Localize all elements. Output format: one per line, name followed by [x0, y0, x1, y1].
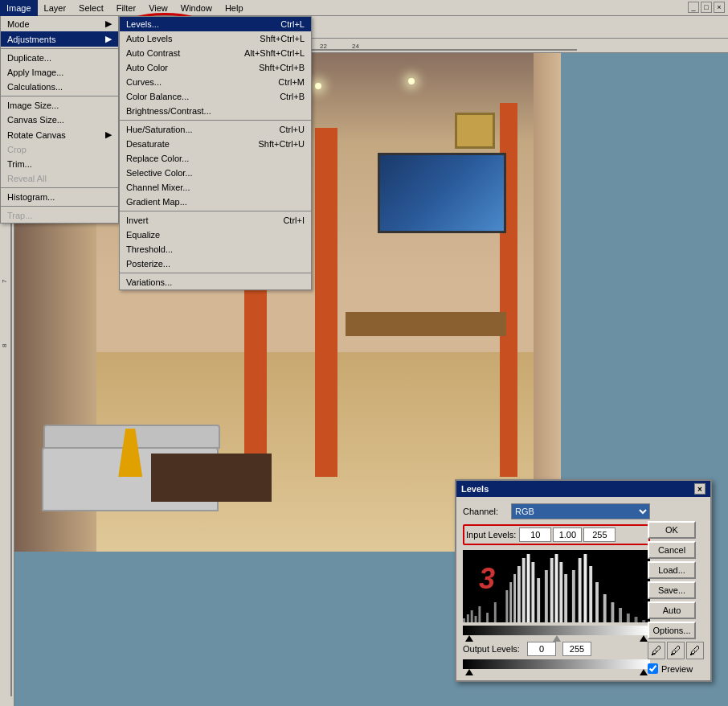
sub-posterize-label: Posterize...	[126, 259, 170, 269]
slider-low-arrow[interactable]	[465, 635, 473, 642]
sub-color-balance[interactable]: Color Balance... Ctrl+B	[120, 89, 311, 104]
menu-image-size[interactable]: Image Size...	[1, 98, 118, 113]
sub-variations[interactable]: Variations...	[120, 275, 311, 289]
menu-adjustments[interactable]: Adjustments ▶	[1, 31, 118, 47]
menubar-help[interactable]: Help	[219, 2, 250, 14]
svg-rect-44	[611, 602, 614, 622]
levels-dialog: Levels × Channel: RGB Red Green Blue Inp…	[455, 479, 712, 682]
sub-auto-contrast[interactable]: Auto Contrast Alt+Shft+Ctrl+L	[120, 46, 311, 60]
svg-rect-36	[559, 562, 562, 622]
sub-equalize[interactable]: Equalize	[120, 228, 311, 242]
preview-row: Preview	[648, 663, 704, 674]
sub-auto-color[interactable]: Auto Color Shft+Ctrl+B	[120, 60, 311, 75]
svg-rect-32	[537, 578, 540, 622]
output-slider-low[interactable]	[465, 669, 473, 675]
sub-channel-mixer[interactable]: Channel Mixer...	[120, 180, 311, 195]
load-button[interactable]: Load...	[648, 561, 696, 579]
sub-hue-saturation[interactable]: Hue/Saturation... Ctrl+U	[120, 122, 311, 137]
eyedropper-gray-btn[interactable]: 🖊	[667, 642, 685, 659]
menu-adjustments-arrow: ▶	[105, 34, 112, 44]
sub-color-balance-label: Color Balance...	[126, 92, 189, 101]
histogram-container: 3	[463, 550, 650, 622]
levels-channel-row: Channel: RGB Red Green Blue	[463, 503, 650, 519]
preview-checkbox[interactable]	[648, 663, 658, 674]
maximize-btn[interactable]: □	[701, 2, 712, 13]
menu-mode-arrow: ▶	[105, 18, 112, 29]
sub-replace-color[interactable]: Replace Color...	[120, 151, 311, 166]
sep-3	[1, 187, 118, 188]
ceiling-light-3	[408, 78, 415, 84]
sub-auto-levels-label: Auto Levels	[126, 34, 172, 43]
menu-rotate-canvas[interactable]: Rotate Canvas ▶	[1, 127, 118, 142]
menubar-view[interactable]: View	[142, 2, 174, 14]
sub-sep-3	[120, 273, 311, 273]
sub-curves-shortcut: Ctrl+M	[278, 77, 305, 87]
menu-mode[interactable]: Mode ▶	[1, 16, 118, 31]
cancel-button[interactable]: Cancel	[648, 541, 696, 559]
svg-rect-23	[486, 613, 489, 622]
input-levels-high[interactable]	[583, 527, 616, 542]
levels-close-btn[interactable]: ×	[694, 483, 706, 495]
menubar-filter[interactable]: Filter	[110, 2, 142, 14]
minimize-btn[interactable]: _	[688, 2, 699, 13]
menu-histogram[interactable]: Histogram...	[1, 190, 118, 204]
input-gradient-slider	[463, 626, 650, 635]
menu-apply-image[interactable]: Apply Image...	[1, 65, 118, 80]
image-menu-active[interactable]: Image	[0, 0, 38, 16]
wall-picture	[455, 113, 495, 149]
output-slider-high[interactable]	[640, 669, 648, 675]
save-button[interactable]: Save...	[648, 581, 696, 599]
sub-brightness-contrast[interactable]: Brightness/Contrast...	[120, 104, 311, 118]
output-low-input[interactable]	[527, 642, 556, 656]
ok-button[interactable]: OK	[648, 521, 696, 539]
close-btn[interactable]: ×	[714, 2, 725, 13]
menubar-select[interactable]: Select	[72, 2, 110, 14]
eyedropper-white-btn[interactable]: 🖊	[686, 642, 704, 659]
svg-rect-34	[550, 558, 554, 622]
input-levels-label: Input Levels:	[466, 530, 516, 540]
svg-rect-21	[475, 616, 477, 622]
channel-select[interactable]: RGB Red Green Blue	[511, 503, 650, 519]
svg-text:24: 24	[352, 43, 359, 50]
sub-threshold-label: Threshold...	[126, 244, 173, 254]
sub-selective-color[interactable]: Selective Color...	[120, 166, 311, 180]
menu-canvas-size[interactable]: Canvas Size...	[1, 113, 118, 127]
options-button[interactable]: Options...	[648, 622, 696, 639]
svg-rect-37	[564, 574, 567, 622]
sub-curves[interactable]: Curves... Ctrl+M	[120, 75, 311, 89]
sub-posterize[interactable]: Posterize...	[120, 257, 311, 271]
adjustments-submenu: Levels... Ctrl+L Auto Levels Shft+Ctrl+L…	[119, 16, 312, 290]
sub-hue-saturation-shortcut: Ctrl+U	[280, 125, 305, 134]
sub-auto-contrast-label: Auto Contrast	[126, 48, 180, 58]
levels-title: Levels	[461, 484, 489, 494]
image-menu-label: Image	[6, 3, 31, 13]
slider-high-arrow[interactable]	[640, 635, 648, 642]
sep-1	[1, 48, 118, 49]
input-levels-mid[interactable]	[553, 527, 582, 542]
menu-trim-label: Trim...	[7, 159, 32, 169]
menubar-layer[interactable]: Layer	[38, 2, 73, 14]
svg-rect-18	[463, 618, 465, 622]
svg-rect-24	[494, 602, 497, 622]
slider-mid-arrow[interactable]	[553, 635, 561, 642]
menu-trim[interactable]: Trim...	[1, 157, 118, 171]
svg-rect-47	[635, 617, 638, 622]
menubar-window[interactable]: Window	[174, 2, 219, 14]
sub-gradient-map[interactable]: Gradient Map...	[120, 195, 311, 209]
sub-desaturate[interactable]: Desaturate Shft+Ctrl+U	[120, 137, 311, 151]
sub-levels[interactable]: Levels... Ctrl+L	[120, 17, 311, 31]
menu-duplicate[interactable]: Duplicate...	[1, 51, 118, 65]
input-levels-low[interactable]	[519, 527, 551, 542]
output-high-input[interactable]	[562, 642, 591, 656]
sub-auto-color-shortcut: Shft+Ctrl+B	[259, 63, 305, 72]
auto-button[interactable]: Auto	[648, 601, 696, 619]
menu-image-size-label: Image Size...	[7, 101, 59, 110]
sub-hue-saturation-label: Hue/Saturation...	[126, 125, 193, 134]
eyedropper-black-btn[interactable]: 🖊	[648, 642, 665, 659]
sub-invert[interactable]: Invert Ctrl+I	[120, 213, 311, 228]
sub-threshold[interactable]: Threshold...	[120, 242, 311, 257]
menu-reveal-all: Reveal All	[1, 171, 118, 186]
input-levels-row: Input Levels:	[463, 524, 650, 545]
menu-calculations[interactable]: Calculations...	[1, 80, 118, 94]
sub-auto-levels[interactable]: Auto Levels Shft+Ctrl+L	[120, 31, 311, 46]
